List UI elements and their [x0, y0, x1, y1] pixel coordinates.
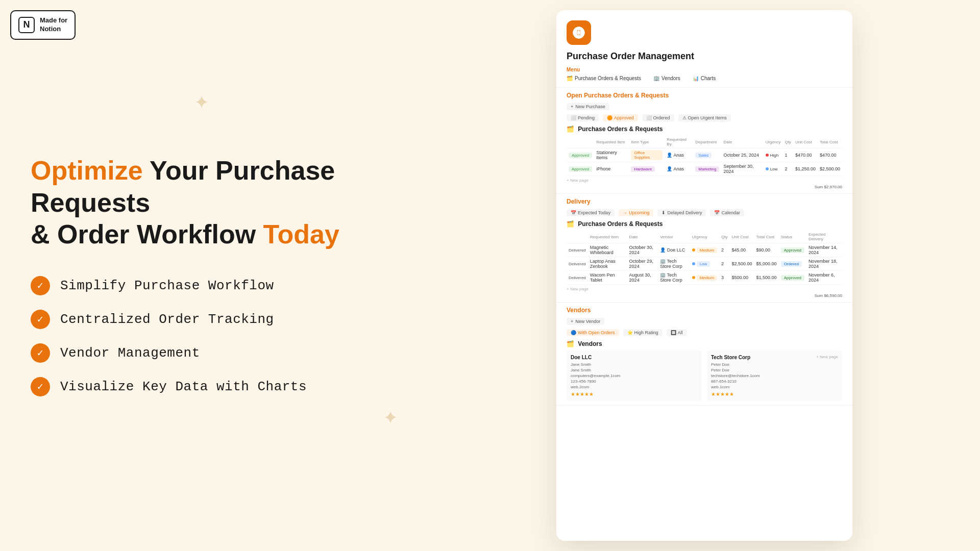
row2-status: Approved	[567, 162, 594, 176]
orders-table-header: Requested Item Item Type Requested By De…	[567, 136, 842, 148]
col-total: Total Cost	[818, 136, 842, 148]
filter-high-rating[interactable]: ⭐ High Rating	[623, 329, 663, 336]
vendor1-stars: ★★★★★	[571, 391, 698, 397]
left-panel: N Made for Notion ✦ ✦ Optimize Your Purc…	[0, 0, 439, 551]
menu-items: 🗂️ Purchase Orders & Requests 🏢 Vendors …	[567, 76, 842, 81]
vendor-card-2: Tech Store Corp Peter Doe Peter Doe tech…	[707, 350, 842, 401]
row2-type: Hardware	[629, 162, 665, 176]
window-header: Purchase Order Management Menu 🗂️ Purcha…	[556, 10, 852, 88]
drow1-status: Delivered	[567, 243, 588, 257]
drow3-status: Delivered	[567, 271, 588, 285]
charts-icon: 📊	[693, 76, 699, 81]
col-dept: Department	[693, 136, 721, 148]
new-page-link-vendors[interactable]: + New page	[816, 355, 838, 359]
filter-all-vendors[interactable]: 🔲 All	[667, 329, 687, 336]
vendors-section-title: Vendors	[567, 307, 842, 314]
drow3-vendor: 🏢 Tech Store Corp	[658, 271, 690, 285]
plus-icon: +	[571, 104, 573, 109]
filter-ordered[interactable]: ⬜ Ordered	[642, 114, 674, 121]
new-purchase-button[interactable]: + New Purchase	[567, 103, 609, 110]
row1-urgency: High	[764, 148, 783, 162]
orders-table-title: 🗂️ Purchase Orders & Requests	[567, 126, 842, 133]
filter-pending[interactable]: ⬜ Pending	[567, 114, 599, 121]
filter-calendar[interactable]: 📅 Calendar	[710, 209, 744, 216]
filter-delayed[interactable]: ⬇ Delayed Delivery	[657, 209, 706, 216]
drow1-item: Magnetic Whiteboard	[588, 243, 627, 257]
dcol-date: Date	[627, 231, 658, 243]
dcol-total: Total Cost	[754, 231, 779, 243]
menu-item-charts-label: Charts	[701, 76, 716, 81]
new-vendor-label: New Vendor	[575, 319, 600, 324]
deco-cross-bottom: ✦	[383, 407, 398, 429]
delivery-table-title: 🗂️ Purchase Orders & Requests	[567, 220, 842, 228]
open-orders-section: Open Purchase Orders & Requests + New Pu…	[556, 88, 852, 194]
vendors-grid: Doe LLC Jane Smith Jane Smith computers@…	[567, 350, 842, 401]
menu-item-charts[interactable]: 📊 Charts	[693, 76, 716, 81]
col-item: Requested Item	[594, 136, 629, 148]
drow2-item: Laptop Anas Zenbook	[588, 257, 627, 271]
vendor2-email: techstore@techstore.1com	[711, 373, 760, 378]
drow2-badge: Ordered	[779, 257, 806, 271]
drow3-badge: Approved	[779, 271, 806, 285]
vendor-card-1: Doe LLC Jane Smith Jane Smith computers@…	[567, 350, 702, 401]
drow1-expected: November 14, 2024	[806, 243, 842, 257]
row1-dept: Sales	[693, 148, 721, 162]
vendors-icon: 🏢	[653, 76, 659, 81]
row1-unit: $470.00	[793, 148, 818, 162]
dcol-expected: Expected Delivery	[806, 231, 842, 243]
vendors-table-title: 🗂️ Vendors	[567, 340, 842, 347]
filter-tabs-vendors: 🔵 With Open Orders ⭐ High Rating 🔲 All	[567, 329, 842, 336]
drow3-urgency: Medium	[690, 271, 719, 285]
filter-urgent[interactable]: ⚠ Open Urgent Items	[678, 114, 731, 121]
drow3-date: August 30, 2024	[627, 271, 658, 285]
row1-by: 👤 Anas	[665, 148, 693, 162]
col-status	[567, 136, 594, 148]
drow2-date: October 29, 2024	[627, 257, 658, 271]
row1-date: October 25, 2024	[721, 148, 763, 162]
filter-approved[interactable]: 🟠 Approved	[603, 114, 638, 121]
drow2-vendor: 🏢 Tech Store Corp	[658, 257, 690, 271]
drow2-unit: $2,500.00	[730, 257, 754, 271]
filter-tabs-orders: ⬜ Pending 🟠 Approved ⬜ Ordered ⚠ Open Ur…	[567, 114, 842, 121]
headline-highlight2: Today	[263, 219, 339, 249]
drow2-status: Delivered	[567, 257, 588, 271]
vendor1-email: computers@example.1com	[571, 373, 698, 378]
drow3-unit: $500.00	[730, 271, 754, 285]
delivery-section: Delivery 📅 Expected Today → Upcoming ⬇ D…	[556, 194, 852, 303]
notion-badge-text: Made for Notion	[40, 16, 67, 34]
dcol-status	[567, 231, 588, 243]
filter-with-open-orders[interactable]: 🔵 With Open Orders	[567, 329, 619, 336]
menu-item-orders-label: Purchase Orders & Requests	[575, 76, 641, 81]
drow1-unit: $45.00	[730, 243, 754, 257]
vendor2-stars: ★★★★★	[711, 391, 760, 397]
menu-item-vendors[interactable]: 🏢 Vendors	[653, 76, 680, 81]
delivery-table-header: Requested Item Date Vendor Urgency Qty U…	[567, 231, 842, 243]
features-list: ✓ Simplify Purchase Workflow ✓ Centraliz…	[31, 276, 408, 396]
vendor2-contact: Peter Doe	[711, 362, 760, 367]
table-row: Delivered Wacom Pen Tablet August 30, 20…	[567, 271, 842, 285]
new-page-link-delivery[interactable]: + New page	[567, 287, 842, 291]
vendor1-name: Doe LLC	[571, 355, 698, 360]
menu-item-orders[interactable]: 🗂️ Purchase Orders & Requests	[567, 76, 641, 81]
vendor1-phone: 123-456-7890	[571, 379, 698, 384]
notion-n-icon: N	[18, 17, 35, 33]
headline: Optimize Your Purchase Requests & Order …	[31, 155, 408, 250]
filter-upcoming[interactable]: → Upcoming	[619, 209, 654, 216]
col-type: Item Type	[629, 136, 665, 148]
window-title: Purchase Order Management	[567, 51, 842, 62]
dcol-badge: Status	[779, 231, 806, 243]
table-row: Approved iPhone Hardware 👤 Anas Marketin…	[567, 162, 842, 176]
drow2-total: $5,000.00	[754, 257, 779, 271]
new-vendor-button[interactable]: + New Vendor	[567, 318, 604, 325]
vendor2-web: web.1com	[711, 385, 760, 389]
notion-window: Purchase Order Management Menu 🗂️ Purcha…	[556, 10, 852, 541]
vendors-section: Vendors + New Vendor 🔵 With Open Orders …	[556, 303, 852, 406]
orders-sum: Sum $2,970.00	[567, 185, 842, 189]
app-icon-svg	[572, 26, 586, 40]
filter-expected-today[interactable]: 📅 Expected Today	[567, 209, 615, 216]
new-page-link-orders[interactable]: + New page	[567, 178, 842, 183]
row1-total: $470.00	[818, 148, 842, 162]
row2-dept: Marketing	[693, 162, 721, 176]
table-row: Approved Stationery Items Office Supplie…	[567, 148, 842, 162]
check-icon-2: ✓	[31, 310, 50, 329]
